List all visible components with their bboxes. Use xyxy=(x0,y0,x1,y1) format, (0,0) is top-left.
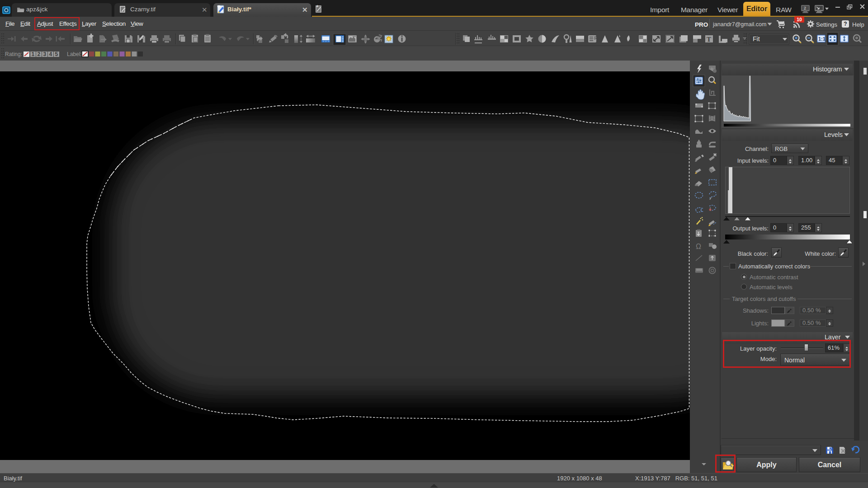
svg-text:1:1: 1:1 xyxy=(818,36,826,42)
svg-text:Ω: Ω xyxy=(696,243,701,250)
svg-text:5: 5 xyxy=(55,51,58,57)
svg-text:2: 2 xyxy=(38,51,41,57)
svg-text:2: 2 xyxy=(804,6,806,10)
svg-text:4: 4 xyxy=(49,51,52,57)
svg-text:+: + xyxy=(316,4,319,9)
svg-text:3: 3 xyxy=(43,51,47,57)
svg-text:1: 1 xyxy=(32,51,35,57)
svg-text:T: T xyxy=(707,36,711,43)
svg-text:Fit: Fit xyxy=(753,35,760,42)
svg-text:Label:: Label: xyxy=(67,51,82,57)
svg-text:Rating:: Rating: xyxy=(5,51,22,57)
